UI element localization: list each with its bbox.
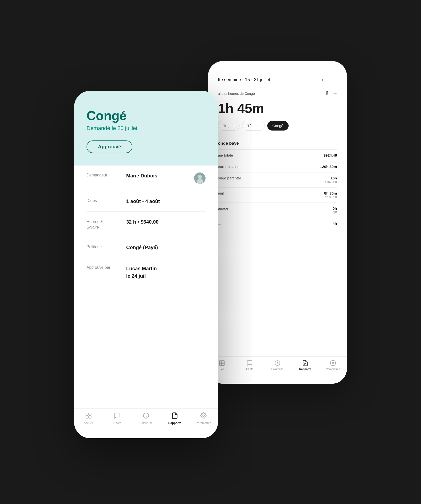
conge-paye-title: ongé payé <box>218 137 337 150</box>
front-reports-icon <box>171 412 178 420</box>
other-label: ... <box>218 221 221 226</box>
conge-title: Congé <box>87 108 206 123</box>
conge-subtitle: Demandé le 20 juillet <box>87 125 206 132</box>
paie-totale-value: $924.48 <box>324 153 337 157</box>
mariage-row: ariage 0h $0 <box>218 203 337 218</box>
mariage-amount: $0 <box>332 210 337 214</box>
politique-label: Politique <box>87 244 119 249</box>
front-grid-icon <box>85 412 92 420</box>
demandeur-row: Demandeur Marie Dubois <box>87 166 206 191</box>
prev-week-button[interactable]: ‹ <box>319 76 327 84</box>
tab-trajets[interactable]: Trajets <box>218 121 240 131</box>
heures-salaire-label: Heures &Salaire <box>87 219 119 230</box>
conge-hours-label: al des heures de Congé <box>218 92 321 96</box>
front-header: Congé Demandé le 20 juillet Approuvé <box>74 91 218 166</box>
front-clock-icon <box>143 412 150 420</box>
mariage-label: ariage <box>218 206 228 210</box>
front-settings-icon <box>200 412 207 420</box>
phone-back: tte semaine - 15 - 21 juillet ‹ › al des… <box>208 61 347 384</box>
heures-totales-label: eures totales <box>218 165 239 169</box>
politique-row: Politique Congé (Payé) <box>87 237 206 258</box>
svg-rect-14 <box>89 416 91 418</box>
svg-point-9 <box>198 175 202 179</box>
conge-parental-row: ongé parental 16h $340.00 <box>218 172 337 188</box>
back-nav-parametres-label: Paramètres <box>326 368 340 370</box>
dates-row: Dates 1 août - 4 août <box>87 191 206 212</box>
mariage-hours: 0h <box>332 206 337 210</box>
back-nav-chats-label: Chats <box>246 368 253 370</box>
paie-totale-label: aie totale <box>218 153 233 157</box>
other-row: ... 4h <box>218 218 337 229</box>
tab-taches[interactable]: Tâches <box>242 121 265 131</box>
front-nav-chats-label: Chats <box>113 421 121 425</box>
other-hours: 4h <box>332 221 337 226</box>
back-bottom-nav: ueil Chats Pointeuse <box>208 356 347 384</box>
scene: tte semaine - 15 - 21 juillet ‹ › al des… <box>74 41 347 463</box>
dates-label: Dates <box>87 198 119 203</box>
chat-icon <box>246 360 253 367</box>
week-nav-title: tte semaine - 15 - 21 juillet <box>218 77 316 82</box>
back-nav-rapports-label: Rapports <box>299 368 311 370</box>
deuil-label: euil <box>218 191 224 195</box>
politique-value: Congé (Payé) <box>126 244 206 251</box>
total-time-display: 1h 45m <box>218 101 337 115</box>
svg-rect-13 <box>86 416 88 418</box>
tab-row: Trajets Tâches Congé <box>218 121 337 131</box>
conge-parental-hours: 16h <box>325 176 337 180</box>
svg-rect-0 <box>219 361 222 363</box>
approuve-par-value: Lucas Martinle 24 juil <box>126 265 206 280</box>
front-nav-pointeuse[interactable]: Pointeuse <box>132 412 160 425</box>
svg-rect-2 <box>219 363 222 366</box>
clock-icon <box>274 360 281 367</box>
back-nav-pointeuse[interactable]: Pointeuse <box>264 360 291 370</box>
front-nav-accueil-label: Accueil <box>84 421 93 425</box>
approuve-par-row: Approuvé par Lucas Martinle 24 juil <box>87 258 206 287</box>
dates-value: 1 août - 4 août <box>126 198 206 204</box>
svg-rect-3 <box>222 363 224 366</box>
svg-rect-12 <box>89 413 91 415</box>
conge-hours-header: al des heures de Congé ⇩ + <box>218 90 337 98</box>
deuil-row: euil 8h 30m $168.50 <box>218 188 337 203</box>
deuil-hours: 8h 30m <box>324 191 337 195</box>
approved-badge: Approuvé <box>87 140 132 153</box>
download-icon[interactable]: ⇩ <box>325 90 329 97</box>
heures-salaire-row: Heures &Salaire 32 h • $640.00 <box>87 212 206 237</box>
back-nav-pointeuse-label: Pointeuse <box>271 368 284 370</box>
approuve-par-label: Approuvé par <box>87 265 119 270</box>
front-nav-parametres[interactable]: Paramètres <box>189 412 218 425</box>
front-nav-pointeuse-label: Pointeuse <box>139 421 152 425</box>
svg-point-7 <box>332 362 334 364</box>
front-chat-icon <box>114 412 121 420</box>
avatar <box>194 172 206 184</box>
grid-icon <box>218 360 225 367</box>
svg-point-18 <box>203 415 205 416</box>
back-nav-accueil-label: ueil <box>220 368 224 370</box>
back-nav-chats[interactable]: Chats <box>236 360 264 370</box>
front-bottom-nav: Accueil Chats Pointeuse <box>74 408 218 438</box>
phone-front: Congé Demandé le 20 juillet Approuvé Dem… <box>74 91 218 438</box>
heures-totales-value: 120h 30m <box>320 165 337 169</box>
next-week-button[interactable]: › <box>329 76 337 84</box>
front-nav-parametres-label: Paramètres <box>196 421 211 425</box>
front-nav-rapports[interactable]: Rapports <box>160 412 189 425</box>
week-nav: tte semaine - 15 - 21 juillet ‹ › <box>218 76 337 84</box>
back-nav-parametres[interactable]: Paramètres <box>319 360 347 370</box>
tab-conge[interactable]: Congé <box>267 121 289 131</box>
settings-icon <box>330 360 336 367</box>
front-nav-accueil[interactable]: Accueil <box>74 412 103 425</box>
svg-rect-11 <box>86 413 88 415</box>
back-nav-rapports[interactable]: Rapports <box>291 360 319 370</box>
avatar-image <box>194 172 206 184</box>
demandeur-label: Demandeur <box>87 172 119 177</box>
front-nav-chats[interactable]: Chats <box>103 412 132 425</box>
reports-icon <box>302 360 309 367</box>
heures-totales-row: eures totales 120h 30m <box>218 161 337 172</box>
add-icon[interactable]: + <box>333 90 337 98</box>
deuil-amount: $168.50 <box>324 195 337 199</box>
svg-point-10 <box>197 179 203 184</box>
paie-totale-row: aie totale $924.48 <box>218 150 337 161</box>
conge-parental-label: ongé parental <box>218 176 241 180</box>
svg-rect-1 <box>222 361 224 363</box>
front-body: Demandeur Marie Dubois Dates 1 <box>74 166 218 287</box>
demandeur-value: Marie Dubois <box>126 172 187 179</box>
